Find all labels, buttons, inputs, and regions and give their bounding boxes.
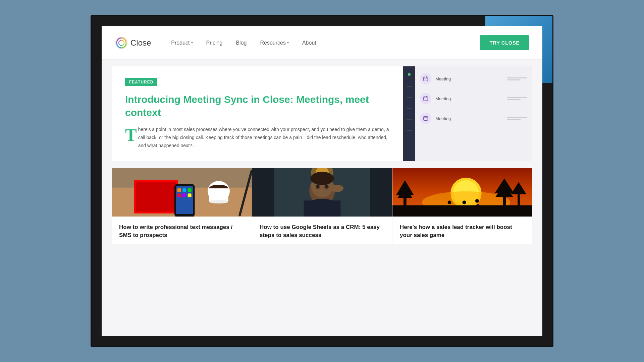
- main-content: FEATURED Introducing Meeting Sync in Clo…: [102, 60, 542, 336]
- sidebar-line-1: [407, 86, 412, 87]
- sidebar-line-5: [407, 130, 412, 131]
- svg-point-35: [330, 185, 344, 192]
- meeting-line-d: [507, 99, 521, 100]
- svg-point-56: [475, 199, 479, 203]
- meeting-label-2: Meeting: [435, 96, 451, 101]
- featured-badge: FEATURED: [125, 78, 157, 86]
- meeting-lines-3: [507, 117, 527, 120]
- svg-rect-49: [518, 192, 520, 208]
- articles-grid: How to write professional text messages …: [112, 168, 532, 244]
- meeting-line-f: [507, 119, 521, 120]
- svg-rect-16: [188, 194, 192, 197]
- meeting-row-3: Meeting: [420, 113, 527, 124]
- nav-pricing[interactable]: Pricing: [206, 40, 223, 46]
- article-image-2: [252, 168, 392, 217]
- logo-icon: [115, 37, 128, 49]
- svg-point-0: [116, 37, 127, 49]
- article-card-2[interactable]: How to use Google Sheets as a CRM: 5 eas…: [252, 168, 392, 244]
- svg-point-53: [449, 201, 450, 204]
- logo[interactable]: Close: [115, 37, 151, 49]
- svg-rect-26: [252, 168, 274, 217]
- status-dot: [408, 73, 411, 76]
- meeting-lines-1: [507, 77, 527, 80]
- app-sidebar: [403, 66, 415, 161]
- featured-text-section: FEATURED Introducing Meeting Sync in Clo…: [112, 66, 403, 161]
- try-close-button[interactable]: TRY CLOSE: [480, 35, 529, 50]
- nav-about[interactable]: About: [302, 40, 316, 46]
- svg-rect-15: [182, 194, 186, 197]
- svg-rect-13: [188, 188, 192, 192]
- featured-excerpt: T here's a point in most sales processes…: [125, 126, 390, 149]
- svg-point-20: [209, 200, 228, 203]
- meeting-line-c: [507, 97, 527, 98]
- featured-article-card[interactable]: FEATURED Introducing Meeting Sync in Clo…: [112, 66, 532, 161]
- svg-point-30: [310, 172, 334, 185]
- svg-rect-19: [209, 188, 228, 202]
- svg-point-33: [316, 184, 319, 188]
- nav-links: Product ▾ Pricing Blog Resources ▾ About: [171, 40, 480, 46]
- app-main-panel: Meeting Meeting: [415, 66, 532, 161]
- article-title-3: Here's how a sales lead tracker will boo…: [400, 223, 525, 239]
- article-body-3: Here's how a sales lead tracker will boo…: [392, 217, 532, 244]
- nav-product[interactable]: Product ▾: [171, 40, 193, 46]
- resources-chevron-icon: ▾: [287, 41, 289, 45]
- svg-rect-11: [177, 188, 181, 192]
- product-chevron-icon: ▾: [191, 41, 193, 45]
- meeting-line-b: [507, 79, 521, 80]
- meeting-row-2: Meeting: [420, 93, 527, 104]
- featured-title: Introducing Meeting Sync in Close: Meeti…: [125, 93, 390, 119]
- article-image-1: [112, 168, 252, 217]
- drop-cap: T: [125, 128, 137, 142]
- article-title-1: How to write professional text messages …: [119, 223, 245, 239]
- svg-rect-42: [392, 205, 532, 217]
- article-body-1: How to write professional text messages …: [112, 217, 252, 244]
- meeting-label-3: Meeting: [435, 116, 451, 121]
- navigation: Close Product ▾ Pricing Blog Resources ▾: [102, 26, 542, 60]
- meeting-icon-3: [420, 113, 431, 124]
- meeting-row-1: Meeting: [420, 73, 527, 84]
- featured-image-panel: Meeting Meeting: [403, 66, 532, 161]
- svg-point-52: [448, 205, 451, 209]
- article-card-3[interactable]: Here's how a sales lead tracker will boo…: [392, 168, 532, 244]
- svg-rect-27: [370, 168, 392, 217]
- svg-rect-4: [424, 117, 428, 121]
- sidebar-line-2: [407, 97, 412, 98]
- svg-rect-14: [177, 194, 181, 197]
- logo-text: Close: [130, 38, 151, 48]
- svg-rect-2: [424, 77, 428, 81]
- svg-point-54: [463, 201, 466, 204]
- article-card-1[interactable]: How to write professional text messages …: [112, 168, 252, 244]
- meeting-line-a: [507, 77, 527, 78]
- svg-point-55: [463, 205, 466, 209]
- meeting-label-1: Meeting: [435, 76, 451, 81]
- sidebar-line-3: [407, 108, 412, 109]
- svg-rect-8: [136, 182, 176, 212]
- svg-point-34: [325, 184, 328, 188]
- sidebar-line-4: [407, 119, 412, 120]
- nav-blog[interactable]: Blog: [236, 40, 247, 46]
- article-body-2: How to use Google Sheets as a CRM: 5 eas…: [252, 217, 392, 244]
- svg-rect-3: [424, 97, 428, 101]
- svg-rect-12: [182, 188, 186, 192]
- meeting-lines-2: [507, 97, 527, 100]
- article-title-2: How to use Google Sheets as a CRM: 5 eas…: [260, 223, 385, 239]
- meeting-line-e: [507, 117, 527, 118]
- svg-rect-37: [304, 201, 341, 217]
- meeting-icon-2: [420, 93, 431, 104]
- article-image-3: [392, 168, 532, 217]
- nav-resources[interactable]: Resources ▾: [260, 40, 288, 46]
- svg-point-57: [476, 204, 480, 208]
- meeting-icon-1: [420, 73, 431, 84]
